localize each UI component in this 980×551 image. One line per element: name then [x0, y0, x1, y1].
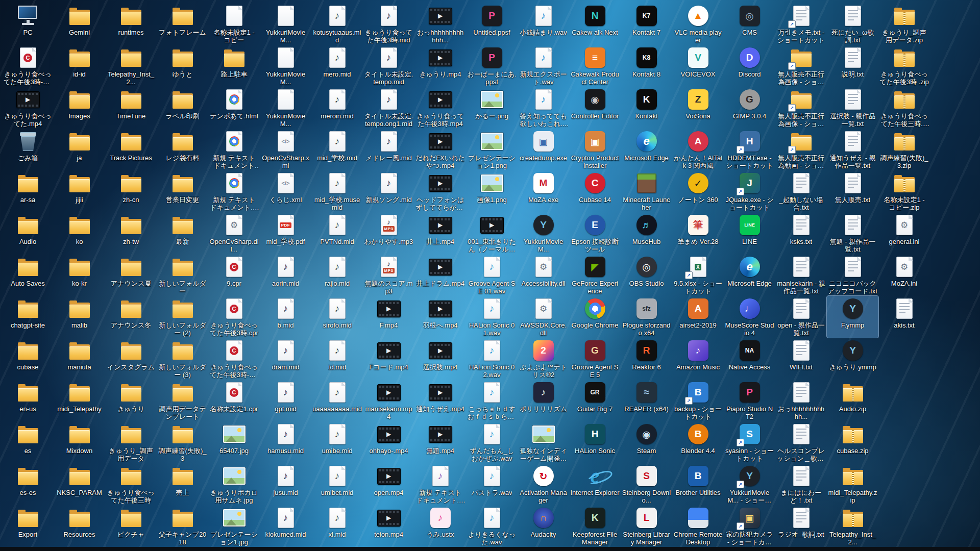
desktop-icon[interactable]: ▶きゅうり食べってた.mp4	[2, 87, 54, 129]
desktop-icon[interactable]: Audio	[2, 212, 54, 254]
desktop-icon[interactable]: ↗無人販売不正行為動画 - ショートカット	[775, 129, 827, 170]
desktop-icon[interactable]: Gemini	[54, 3, 105, 45]
desktop-icon[interactable]: ▶ohhayo-.mp4	[363, 421, 414, 463]
desktop-icon[interactable]: GRGuitar Rig 7	[569, 380, 621, 421]
desktop-icon[interactable]: きゅうりポカロ用サムネ.jpg	[208, 463, 260, 505]
desktop-icon[interactable]: PUntitled.ppsf	[466, 3, 518, 45]
desktop-icon[interactable]: プレゼンテーション1.png	[466, 129, 518, 170]
desktop-icon[interactable]: 調声練習(失敗)_3.zip	[878, 129, 930, 170]
desktop-icon[interactable]: きゅうり_調声用データ	[105, 421, 157, 463]
desktop-icon[interactable]: </>くらじ.xml	[260, 170, 311, 212]
desktop-icon[interactable]: ▶ヘッドフォンはずしててらがウ.mp4	[414, 170, 466, 212]
desktop-icon[interactable]: YukkuriMovieM...	[260, 45, 311, 87]
desktop-icon[interactable]: chatgpt-site	[2, 296, 54, 338]
desktop-icon[interactable]: NANative Access	[724, 338, 775, 380]
desktop-icon[interactable]: ⚙MoZA.ini	[878, 254, 930, 296]
desktop-icon[interactable]: jijii	[54, 170, 105, 212]
desktop-icon[interactable]: NKSC_PARAM	[54, 463, 105, 505]
desktop-icon[interactable]: GGIMP 3.0.4	[724, 87, 775, 129]
desktop-icon[interactable]: ▶open.mp4	[363, 463, 414, 505]
desktop-icon[interactable]: ▶001_東北きりたん（ノーマル）_今じゃ...	[466, 212, 518, 254]
desktop-icon[interactable]: Resources	[54, 505, 105, 547]
desktop-icon[interactable]: ♪uaaaaaaaaa.mid	[311, 380, 363, 421]
desktop-icon[interactable]: ♪メドレー風.mid	[363, 129, 414, 170]
desktop-icon[interactable]: KKeepforest File Manager	[569, 505, 621, 547]
desktop-icon[interactable]: ▶羽根へ.mp4	[414, 296, 466, 338]
desktop-icon[interactable]: ♪きゅうり食ってた午後3時.mid	[363, 3, 414, 45]
desktop-icon[interactable]: アナウンス夏	[105, 254, 157, 296]
desktop-icon[interactable]: ♪b.mid	[260, 296, 311, 338]
desktop-icon[interactable]: ♪こっちｅｈｄすおｆｄｓｂらぶ.wav	[466, 380, 518, 421]
desktop-icon[interactable]: 無題 - 親作品一覧.txt	[827, 212, 878, 254]
desktop-icon[interactable]: KKontakt	[621, 87, 672, 129]
desktop-icon[interactable]: ♪mid_学校.musemid	[311, 170, 363, 212]
desktop-icon[interactable]: ▶おっhhhhhhhhhhhh...	[414, 3, 466, 45]
desktop-icon[interactable]: ▶F.mp4	[363, 296, 414, 338]
desktop-icon[interactable]: ♪Amazon Music	[672, 338, 724, 380]
desktop-icon[interactable]: cubase	[2, 338, 54, 380]
desktop-icon[interactable]: SSteinberg Downlo...	[621, 463, 672, 505]
desktop-icon[interactable]: ピクチャ	[105, 505, 157, 547]
desktop-icon[interactable]: ⚙general.ini	[878, 212, 930, 254]
desktop-icon[interactable]: ♪sirofo.mid	[311, 296, 363, 338]
desktop-icon[interactable]: ksks.txt	[775, 212, 827, 254]
desktop-icon[interactable]: maniuta	[54, 338, 105, 380]
desktop-icon[interactable]: ▶通知うぜえ.mp4	[414, 380, 466, 421]
desktop-icon[interactable]: ↗万引きメモ.txt - ショートカット	[775, 3, 827, 45]
desktop-icon[interactable]: 2ぷよぷよ™テトリス®2	[518, 338, 569, 380]
desktop-icon[interactable]: Images	[54, 87, 105, 129]
desktop-icon[interactable]: ▣Crypton Product Installer	[569, 129, 621, 170]
desktop-icon[interactable]: VVOICEVOX	[672, 45, 724, 87]
desktop-icon[interactable]: Minecraft Launcher	[621, 170, 672, 212]
desktop-icon[interactable]: ♪新規 テキスト ドキュメント.musicxml	[414, 463, 466, 505]
desktop-icon[interactable]: ♪gpt.mid	[260, 380, 311, 421]
desktop-icon[interactable]: ▶きゅうり食ってた午後3時.mp4	[414, 87, 466, 129]
desktop-icon[interactable]: ♪kiokumed.mid	[260, 505, 311, 547]
desktop-icon[interactable]: ko-kr	[54, 254, 105, 296]
desktop-icon[interactable]: 路上駐車	[208, 45, 260, 87]
desktop-icon[interactable]: きゅうり食べってた午後3時 .zip	[878, 45, 930, 87]
desktop-icon[interactable]: ▣createdump.exe	[518, 129, 569, 170]
desktop-icon[interactable]: ≈REAPER (x64)	[621, 380, 672, 421]
desktop-icon[interactable]: 最新	[157, 212, 208, 254]
desktop-icon[interactable]: RReaktor 6	[621, 338, 672, 380]
desktop-icon[interactable]: _起動しない場合.txt	[775, 170, 827, 212]
desktop-icon[interactable]: TimeTune	[105, 87, 157, 129]
desktop-icon[interactable]: NCakew alk Next	[569, 3, 621, 45]
desktop-icon[interactable]: ♪新規ソング.mid	[363, 170, 414, 212]
desktop-icon[interactable]: 名称未設定1 - コピー.zip	[878, 170, 930, 212]
desktop-icon[interactable]: Cきゅうり食べってた午後3時.cpr	[208, 296, 260, 338]
desktop-icon[interactable]: Google Chrome	[569, 296, 621, 338]
desktop-icon[interactable]: ≡Cakewalk Product Center	[569, 45, 621, 87]
desktop-icon[interactable]: ♪答え知ってても欲しいわこれ.wav	[518, 87, 569, 129]
desktop-icon[interactable]: eMicrosoft Edge	[621, 129, 672, 170]
desktop-icon[interactable]: ♩MuseScore Studio 4	[724, 296, 775, 338]
desktop-icon[interactable]: ✓ノートン 360	[672, 170, 724, 212]
desktop-icon[interactable]: CCubase 14	[569, 170, 621, 212]
desktop-icon[interactable]: </>OpenCvSharp.xml	[260, 129, 311, 170]
desktop-icon[interactable]: 新しいフォルダー (2)	[157, 296, 208, 338]
desktop-icon[interactable]: Track Pictures	[105, 129, 157, 170]
desktop-icon[interactable]: C9.cpr	[208, 254, 260, 296]
desktop-icon[interactable]: PPiapro Studio NT2	[724, 380, 775, 421]
desktop-icon[interactable]: ja	[54, 129, 105, 170]
desktop-icon[interactable]: 父子キャンプ2018	[157, 505, 208, 547]
desktop-icon[interactable]: ♪umibet.mid	[311, 463, 363, 505]
desktop-icon[interactable]: ▶Fコード.mp4	[363, 338, 414, 380]
desktop-icon[interactable]: きゅうり	[105, 380, 157, 421]
desktop-icon[interactable]: ⚙Accessibility.dll	[518, 254, 569, 296]
desktop-icon[interactable]: Mixdown	[54, 421, 105, 463]
desktop-icon[interactable]: かるー.png	[466, 87, 518, 129]
desktop-icon[interactable]: Yきゅうり.ymmp	[827, 338, 878, 380]
desktop-icon[interactable]: ヘルスコンプレッション＿歌詞.txt	[775, 421, 827, 463]
desktop-icon[interactable]: ▶井上.mp4	[414, 212, 466, 254]
desktop-icon[interactable]: ♪td.mid	[311, 338, 363, 380]
desktop-icon[interactable]: ♪MP3わかりやす.mp3	[363, 212, 414, 254]
desktop-icon[interactable]: sfzPlogue sforzando x64	[621, 296, 672, 338]
desktop-icon[interactable]: ♪hamusu.mid	[260, 421, 311, 463]
desktop-icon[interactable]: ar-sa	[2, 170, 54, 212]
desktop-icon[interactable]: 新規 テキスト ドキュメント (2).html	[208, 129, 260, 170]
desktop[interactable]: PCCきゅうり食べってた午後3時-01.cpr▶きゅうり食べってた.mp4ごみ箱…	[0, 0, 980, 551]
desktop-icon[interactable]: ◉Controller Editor	[569, 87, 621, 129]
desktop-icon[interactable]: ♪xl.mid	[311, 505, 363, 547]
